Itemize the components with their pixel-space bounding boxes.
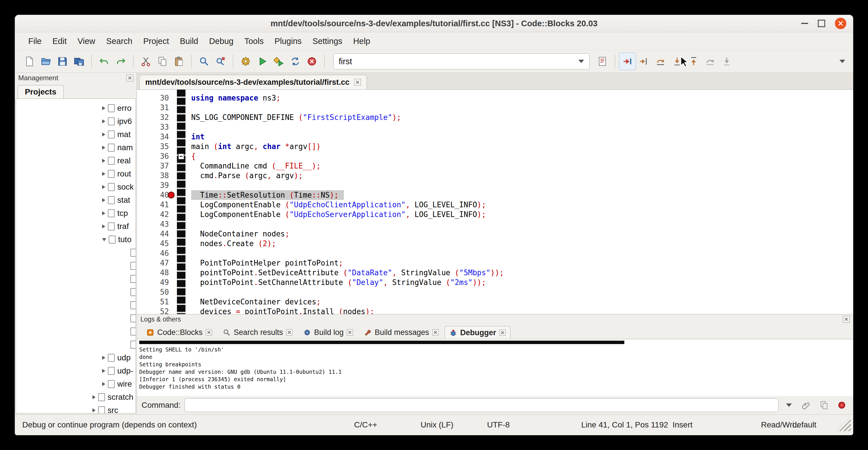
resize-grip[interactable] bbox=[836, 416, 851, 431]
tree-item-erro[interactable]: erro bbox=[16, 102, 135, 115]
tree-item-real[interactable]: real bbox=[16, 154, 135, 167]
find-button[interactable] bbox=[196, 53, 212, 70]
chevron-right-icon[interactable] bbox=[102, 369, 105, 373]
titlebar[interactable]: mnt/dev/tools/source/ns-3-dev/examples/t… bbox=[15, 15, 853, 32]
run-to-cursor-button[interactable] bbox=[636, 53, 652, 70]
chevron-right-icon[interactable] bbox=[102, 119, 105, 123]
tree-item-se[interactable]: se bbox=[16, 299, 135, 312]
code-line-46[interactable]: 46 bbox=[137, 248, 853, 258]
code-editor[interactable]: 30using namespace ns3;3132NS_LOG_COMPONE… bbox=[137, 90, 853, 314]
next-line-button[interactable] bbox=[652, 53, 669, 70]
code-line-45[interactable]: 45 nodes.Create (2); bbox=[137, 239, 853, 248]
code-line-37[interactable]: 37 CommandLine cmd (__FILE__); bbox=[137, 161, 853, 171]
chevron-right-icon[interactable] bbox=[102, 382, 105, 386]
editor-tab-close-icon[interactable] bbox=[354, 79, 361, 86]
save-button[interactable] bbox=[54, 53, 71, 70]
menu-item-plugins[interactable]: Plugins bbox=[269, 34, 307, 48]
code-line-43[interactable]: 43 bbox=[137, 219, 853, 229]
menu-item-build[interactable]: Build bbox=[174, 34, 204, 48]
tree-item-ipv6[interactable]: ipv6 bbox=[16, 115, 135, 128]
abort-button[interactable] bbox=[304, 53, 320, 70]
tree-item-udp[interactable]: udp bbox=[16, 351, 135, 364]
tree-item-he[interactable]: he bbox=[16, 286, 135, 299]
code-line-52[interactable]: 52 devices = pointToPoint.Install (nodes… bbox=[137, 307, 853, 314]
chevron-right-icon[interactable] bbox=[102, 356, 105, 360]
menu-item-project[interactable]: Project bbox=[138, 34, 174, 48]
new-file-button[interactable] bbox=[21, 53, 38, 70]
code-line-32[interactable]: 32NS_LOG_COMPONENT_DEFINE ("FirstScriptE… bbox=[137, 113, 853, 122]
build-button[interactable] bbox=[238, 53, 254, 70]
breakpoint-icon[interactable] bbox=[168, 191, 175, 199]
chevron-right-icon[interactable] bbox=[102, 106, 105, 110]
tab-close-icon[interactable] bbox=[499, 330, 506, 336]
chevron-right-icon[interactable] bbox=[102, 172, 105, 176]
paste-button[interactable] bbox=[170, 53, 187, 70]
tree-item-nam[interactable]: nam bbox=[16, 141, 135, 154]
attach-button[interactable] bbox=[800, 398, 813, 412]
code-line-49[interactable]: 49 pointToPoint.SetChannelAttribute ("De… bbox=[137, 277, 853, 287]
chevron-down-icon[interactable] bbox=[578, 60, 584, 63]
code-line-39[interactable]: 39 bbox=[137, 180, 853, 190]
chevron-right-icon[interactable] bbox=[92, 408, 96, 412]
debug-continue-button[interactable] bbox=[619, 53, 636, 70]
menu-item-settings[interactable]: Settings bbox=[307, 34, 348, 48]
code-line-42[interactable]: 42 LogComponentEnable ("UdpEchoServerApp… bbox=[137, 210, 853, 219]
code-line-44[interactable]: 44 NodeContainer nodes; bbox=[137, 229, 853, 239]
menu-item-file[interactable]: File bbox=[23, 34, 47, 48]
tree-item-th[interactable]: th bbox=[16, 338, 135, 351]
copy-log-button[interactable] bbox=[817, 398, 831, 412]
logs-close-icon[interactable] bbox=[843, 316, 850, 323]
tab-close-icon[interactable] bbox=[286, 329, 292, 335]
menu-item-debug[interactable]: Debug bbox=[204, 34, 239, 48]
build-and-run-button[interactable] bbox=[271, 53, 287, 70]
maximize-icon[interactable] bbox=[818, 20, 825, 27]
tree-item-rout[interactable]: rout bbox=[16, 167, 135, 180]
tree-item-scratch[interactable]: scratch bbox=[16, 391, 135, 404]
command-dropdown-button[interactable] bbox=[782, 399, 796, 412]
chevron-down-icon[interactable] bbox=[102, 238, 106, 241]
tree-item-se[interactable]: se bbox=[16, 312, 135, 325]
editor-tab-first-cc[interactable]: mnt/dev/tools/source/ns-3-dev/examples/t… bbox=[139, 75, 367, 89]
tree-item-udp[interactable]: udp- bbox=[16, 364, 135, 378]
code-line-30[interactable]: 30using namespace ns3; bbox=[137, 93, 853, 103]
undo-button[interactable] bbox=[96, 53, 113, 70]
chevron-right-icon[interactable] bbox=[92, 395, 96, 399]
menu-item-search[interactable]: Search bbox=[101, 34, 138, 48]
minimize-icon[interactable] bbox=[801, 23, 808, 24]
cut-button[interactable] bbox=[137, 53, 154, 70]
code-line-33[interactable]: 33 bbox=[137, 122, 853, 132]
code-line-51[interactable]: 51 NetDeviceContainer devices; bbox=[137, 297, 853, 307]
code-line-47[interactable]: 47 PointToPointHelper pointToPoint; bbox=[137, 258, 853, 268]
tree-item-src[interactable]: src bbox=[16, 404, 135, 414]
save-all-button[interactable] bbox=[71, 53, 87, 70]
code-line-36[interactable]: 36{ bbox=[137, 151, 853, 161]
tree-item-fir[interactable]: fir bbox=[16, 259, 135, 272]
tree-item-tuto[interactable]: tuto bbox=[16, 233, 135, 246]
tree-item-six[interactable]: six bbox=[16, 325, 135, 338]
rebuild-button[interactable] bbox=[287, 53, 304, 70]
code-line-34[interactable]: 34int bbox=[137, 132, 853, 142]
chevron-right-icon[interactable] bbox=[102, 211, 105, 215]
chevron-right-icon[interactable] bbox=[102, 198, 105, 202]
tree-item-stat[interactable]: stat bbox=[16, 193, 135, 207]
tab-close-icon[interactable] bbox=[206, 329, 212, 335]
close-icon[interactable] bbox=[835, 18, 846, 29]
management-close-icon[interactable] bbox=[126, 74, 133, 81]
tab-code-blocks[interactable]: Code::Blocks bbox=[142, 326, 217, 339]
tab-debugger[interactable]: Debugger bbox=[444, 326, 510, 339]
tree-item-fif[interactable]: fif bbox=[16, 246, 135, 259]
menu-item-edit[interactable]: Edit bbox=[47, 34, 72, 48]
code-line-35[interactable]: 35main (int argc, char *argv[]) bbox=[137, 142, 853, 151]
command-input[interactable] bbox=[185, 398, 778, 412]
chevron-right-icon[interactable] bbox=[102, 132, 105, 137]
tree-item-sock[interactable]: sock bbox=[16, 180, 135, 193]
code-line-48[interactable]: 48 pointToPoint.SetDeviceAttribute ("Dat… bbox=[137, 268, 853, 277]
step-into-instruction-button[interactable] bbox=[718, 53, 735, 70]
fold-margin[interactable] bbox=[177, 90, 185, 314]
tree-item-mat[interactable]: mat bbox=[16, 128, 135, 141]
redo-button[interactable] bbox=[113, 53, 129, 70]
tab-close-icon[interactable] bbox=[347, 329, 353, 335]
log-selected-row[interactable] bbox=[139, 341, 624, 344]
menu-item-view[interactable]: View bbox=[72, 34, 101, 48]
tree-item-traf[interactable]: traf bbox=[16, 220, 135, 233]
